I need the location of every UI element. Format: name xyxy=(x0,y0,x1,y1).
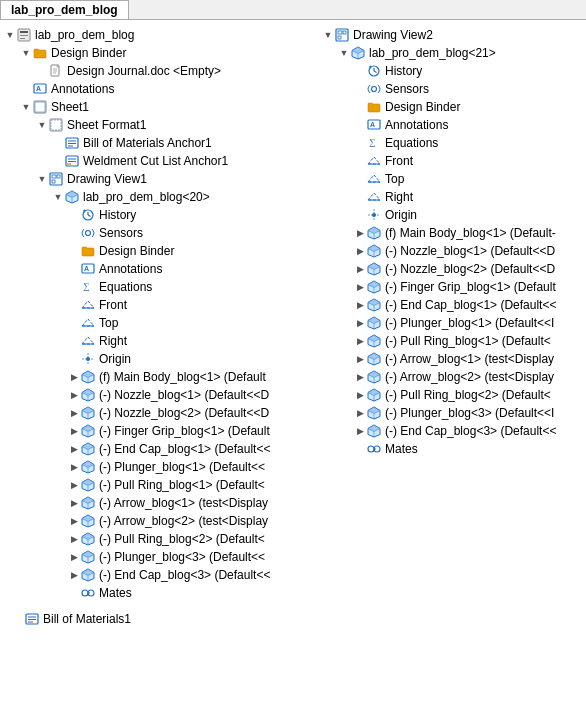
tree-row-end_capR3[interactable]: (-) End Cap_blog<3> (Default<< xyxy=(322,422,584,440)
sensors-icon xyxy=(366,81,382,97)
tree-row-design_binder[interactable]: Design Binder xyxy=(4,44,306,62)
tree-row-pull_ring1[interactable]: (-) Pull Ring_blog<1> (Default< xyxy=(4,476,306,494)
tab-lab-pro-dem-blog[interactable]: lab_pro_dem_blog xyxy=(0,0,129,19)
mates-icon xyxy=(366,441,382,457)
tree-row-annotationsR[interactable]: A Annotations xyxy=(322,116,584,134)
tree-row-pull_ringR2[interactable]: (-) Pull Ring_blog<2> (Default< xyxy=(322,386,584,404)
tree-expander xyxy=(68,443,80,455)
tree-row-plunger3[interactable]: (-) Plunger_blog<3> (Default<< xyxy=(4,548,306,566)
tree-row-origin1[interactable]: Origin xyxy=(4,350,306,368)
tree-row-sheet1[interactable]: Sheet1 xyxy=(4,98,306,116)
tree-row-annotations1[interactable]: A Annotations xyxy=(4,260,306,278)
node-label-frontR: Front xyxy=(385,154,413,168)
tree-row-lab_21[interactable]: lab_pro_dem_blog<21> xyxy=(322,44,584,62)
tree-row-weldment_anchor1[interactable]: Weldment Cut List Anchor1 xyxy=(4,152,306,170)
tree-row-nozzleR1[interactable]: (-) Nozzle_blog<1> (Default<<D xyxy=(322,242,584,260)
tree-row-mates1[interactable]: Mates xyxy=(4,584,306,602)
tree-row-equations1[interactable]: ∑ Equations xyxy=(4,278,306,296)
tree-row-plunger1[interactable]: (-) Plunger_blog<1> (Default<< xyxy=(4,458,306,476)
tree-row-end_capR1[interactable]: (-) End Cap_blog<1> (Default<< xyxy=(322,296,584,314)
tree-expander xyxy=(354,371,366,383)
bom-icon xyxy=(64,135,80,151)
node-label-front1: Front xyxy=(99,298,127,312)
tree-row-drawing_view2[interactable]: Drawing View2 xyxy=(322,26,584,44)
tree-expander xyxy=(354,281,366,293)
tree-row-arrow2[interactable]: (-) Arrow_blog<2> (test<Display xyxy=(4,512,306,530)
tree-row-design_journal[interactable]: Design Journal.doc <Empty> xyxy=(4,62,306,80)
folder-icon xyxy=(80,243,96,259)
tree-expander[interactable] xyxy=(36,119,48,131)
sheet_format-icon xyxy=(48,117,64,133)
tree-row-pull_ringR1[interactable]: (-) Pull Ring_blog<1> (Default< xyxy=(322,332,584,350)
tree-row-originR[interactable]: Origin xyxy=(322,206,584,224)
node-label-right1: Right xyxy=(99,334,127,348)
node-label-sensorsR: Sensors xyxy=(385,82,429,96)
tree-row-history1[interactable]: History xyxy=(4,206,306,224)
tree-row-rightR[interactable]: Right xyxy=(322,188,584,206)
tree-expander[interactable] xyxy=(4,29,16,41)
tree-expander[interactable] xyxy=(322,29,334,41)
tree-expander[interactable] xyxy=(338,47,350,59)
tree-row-lab_20[interactable]: lab_pro_dem_blog<20> xyxy=(4,188,306,206)
tree-row-equationsR[interactable]: ∑ Equations xyxy=(322,134,584,152)
tree-row-sensors1[interactable]: Sensors xyxy=(4,224,306,242)
tree-row-finger_gripR[interactable]: (-) Finger Grip_blog<1> (Default xyxy=(322,278,584,296)
component-icon xyxy=(350,45,366,61)
tree-row-end_cap3[interactable]: (-) End Cap_blog<3> (Default<< xyxy=(4,566,306,584)
tree-row-front1[interactable]: Front xyxy=(4,296,306,314)
component-icon xyxy=(80,549,96,565)
tree-row-sheet_format1[interactable]: Sheet Format1 xyxy=(4,116,306,134)
tree-expander xyxy=(354,425,366,437)
node-label-historyR: History xyxy=(385,64,422,78)
svg-point-30 xyxy=(86,231,91,236)
bottom-bom-row[interactable]: Bill of Materials1 xyxy=(0,608,586,630)
tree-row-plungerR3[interactable]: (-) Plunger_blog<3> (Default<<I xyxy=(322,404,584,422)
drawing_view-icon xyxy=(48,171,64,187)
tree-row-design_binderR[interactable]: Design Binder xyxy=(322,98,584,116)
tree-row-annotations_root[interactable]: A Annotations xyxy=(4,80,306,98)
tree-row-topR[interactable]: Top xyxy=(322,170,584,188)
tree-expander[interactable] xyxy=(52,191,64,203)
tree-expander xyxy=(354,299,366,311)
annotations-icon: A xyxy=(80,261,96,277)
tree-row-arrow1[interactable]: (-) Arrow_blog<1> (test<Display xyxy=(4,494,306,512)
component-icon xyxy=(366,369,382,385)
tree-row-main_bodyR[interactable]: (f) Main Body_blog<1> (Default- xyxy=(322,224,584,242)
svg-text:A: A xyxy=(370,121,375,128)
tree-row-pull_ring2[interactable]: (-) Pull Ring_blog<2> (Default< xyxy=(4,530,306,548)
tree-row-drawing_view1[interactable]: Drawing View1 xyxy=(4,170,306,188)
tree-row-root[interactable]: lab_pro_dem_blog xyxy=(4,26,306,44)
tree-row-bom_anchor1[interactable]: Bill of Materials Anchor1 xyxy=(4,134,306,152)
tree-row-matesR[interactable]: Mates xyxy=(322,440,584,458)
node-label-pull_ring2: (-) Pull Ring_blog<2> (Default< xyxy=(99,532,265,546)
tab-icon xyxy=(16,27,32,43)
tree-row-top1[interactable]: Top xyxy=(4,314,306,332)
tree-row-design_binder1[interactable]: Design Binder xyxy=(4,242,306,260)
tree-row-sensorsR[interactable]: Sensors xyxy=(322,80,584,98)
tree-row-main_body1[interactable]: (f) Main Body_blog<1> (Default xyxy=(4,368,306,386)
node-label-design_binder1: Design Binder xyxy=(99,244,174,258)
node-label-main_bodyR: (f) Main Body_blog<1> (Default- xyxy=(385,226,556,240)
node-label-main_body1: (f) Main Body_blog<1> (Default xyxy=(99,370,266,384)
tree-expander[interactable] xyxy=(20,47,32,59)
tree-row-arrowR1[interactable]: (-) Arrow_blog<1> (test<Display xyxy=(322,350,584,368)
equations-icon: ∑ xyxy=(366,135,382,151)
tree-row-right1[interactable]: Right xyxy=(4,332,306,350)
component-icon xyxy=(366,315,382,331)
tree-row-arrowR2[interactable]: (-) Arrow_blog<2> (test<Display xyxy=(322,368,584,386)
component-icon xyxy=(80,405,96,421)
tree-expander[interactable] xyxy=(36,173,48,185)
tree-expander[interactable] xyxy=(20,101,32,113)
drawing_view-icon xyxy=(334,27,350,43)
plane-icon xyxy=(366,171,382,187)
tree-row-nozzle1[interactable]: (-) Nozzle_blog<1> (Default<<D xyxy=(4,386,306,404)
tree-row-end_cap1[interactable]: (-) End Cap_blog<1> (Default<< xyxy=(4,440,306,458)
tree-row-finger_grip1[interactable]: (-) Finger Grip_blog<1> (Default xyxy=(4,422,306,440)
tree-row-nozzle2[interactable]: (-) Nozzle_blog<2> (Default<<D xyxy=(4,404,306,422)
tree-row-historyR[interactable]: History xyxy=(322,62,584,80)
tree-row-frontR[interactable]: Front xyxy=(322,152,584,170)
tree-row-plungerR1[interactable]: (-) Plunger_blog<1> (Default<<I xyxy=(322,314,584,332)
tree-expander xyxy=(68,551,80,563)
svg-rect-2 xyxy=(20,35,28,36)
tree-row-nozzleR2[interactable]: (-) Nozzle_blog<2> (Default<<D xyxy=(322,260,584,278)
